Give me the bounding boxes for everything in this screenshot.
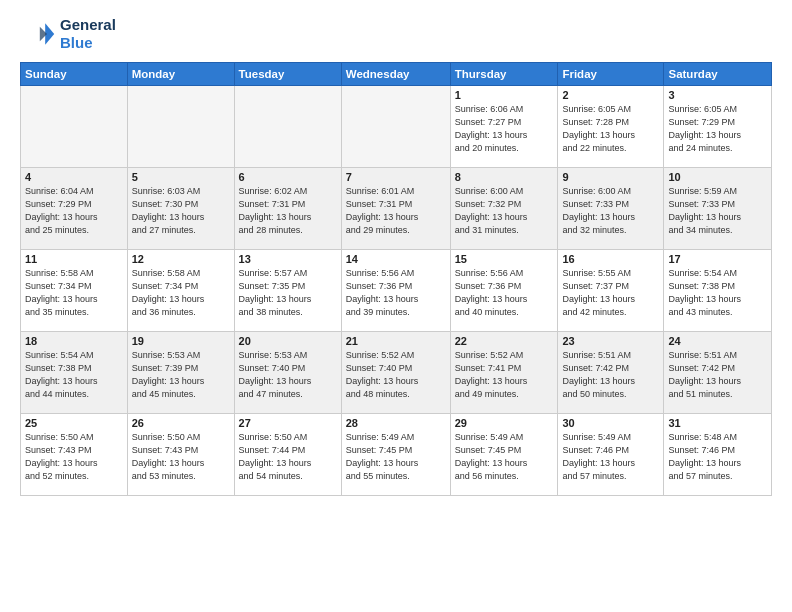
day-info: Sunrise: 5:49 AM Sunset: 7:46 PM Dayligh… xyxy=(562,431,659,483)
day-number: 21 xyxy=(346,335,446,347)
page: General Blue SundayMondayTuesdayWednesda… xyxy=(0,0,792,612)
weekday-header-friday: Friday xyxy=(558,63,664,86)
day-info: Sunrise: 5:50 AM Sunset: 7:43 PM Dayligh… xyxy=(25,431,123,483)
day-number: 12 xyxy=(132,253,230,265)
calendar-cell: 3Sunrise: 6:05 AM Sunset: 7:29 PM Daylig… xyxy=(664,86,772,168)
day-info: Sunrise: 5:59 AM Sunset: 7:33 PM Dayligh… xyxy=(668,185,767,237)
day-number: 13 xyxy=(239,253,337,265)
calendar-cell: 19Sunrise: 5:53 AM Sunset: 7:39 PM Dayli… xyxy=(127,332,234,414)
day-number: 8 xyxy=(455,171,554,183)
calendar-cell: 22Sunrise: 5:52 AM Sunset: 7:41 PM Dayli… xyxy=(450,332,558,414)
day-number: 6 xyxy=(239,171,337,183)
calendar-week-5: 25Sunrise: 5:50 AM Sunset: 7:43 PM Dayli… xyxy=(21,414,772,496)
calendar-cell: 26Sunrise: 5:50 AM Sunset: 7:43 PM Dayli… xyxy=(127,414,234,496)
calendar-week-3: 11Sunrise: 5:58 AM Sunset: 7:34 PM Dayli… xyxy=(21,250,772,332)
day-number: 22 xyxy=(455,335,554,347)
day-info: Sunrise: 5:51 AM Sunset: 7:42 PM Dayligh… xyxy=(562,349,659,401)
day-number: 20 xyxy=(239,335,337,347)
day-info: Sunrise: 5:52 AM Sunset: 7:40 PM Dayligh… xyxy=(346,349,446,401)
day-info: Sunrise: 6:06 AM Sunset: 7:27 PM Dayligh… xyxy=(455,103,554,155)
calendar-cell: 9Sunrise: 6:00 AM Sunset: 7:33 PM Daylig… xyxy=(558,168,664,250)
day-info: Sunrise: 5:56 AM Sunset: 7:36 PM Dayligh… xyxy=(455,267,554,319)
day-number: 30 xyxy=(562,417,659,429)
day-number: 10 xyxy=(668,171,767,183)
calendar-cell: 18Sunrise: 5:54 AM Sunset: 7:38 PM Dayli… xyxy=(21,332,128,414)
calendar-cell: 13Sunrise: 5:57 AM Sunset: 7:35 PM Dayli… xyxy=(234,250,341,332)
calendar-cell: 20Sunrise: 5:53 AM Sunset: 7:40 PM Dayli… xyxy=(234,332,341,414)
logo-icon xyxy=(20,16,56,52)
calendar-cell: 10Sunrise: 5:59 AM Sunset: 7:33 PM Dayli… xyxy=(664,168,772,250)
day-info: Sunrise: 5:50 AM Sunset: 7:43 PM Dayligh… xyxy=(132,431,230,483)
calendar-cell: 21Sunrise: 5:52 AM Sunset: 7:40 PM Dayli… xyxy=(341,332,450,414)
calendar-cell: 8Sunrise: 6:00 AM Sunset: 7:32 PM Daylig… xyxy=(450,168,558,250)
header: General Blue xyxy=(20,16,772,52)
calendar-cell: 4Sunrise: 6:04 AM Sunset: 7:29 PM Daylig… xyxy=(21,168,128,250)
weekday-header-row: SundayMondayTuesdayWednesdayThursdayFrid… xyxy=(21,63,772,86)
day-number: 17 xyxy=(668,253,767,265)
day-info: Sunrise: 5:58 AM Sunset: 7:34 PM Dayligh… xyxy=(132,267,230,319)
calendar-cell: 23Sunrise: 5:51 AM Sunset: 7:42 PM Dayli… xyxy=(558,332,664,414)
day-info: Sunrise: 6:03 AM Sunset: 7:30 PM Dayligh… xyxy=(132,185,230,237)
day-number: 28 xyxy=(346,417,446,429)
weekday-header-wednesday: Wednesday xyxy=(341,63,450,86)
day-info: Sunrise: 5:50 AM Sunset: 7:44 PM Dayligh… xyxy=(239,431,337,483)
calendar-cell: 11Sunrise: 5:58 AM Sunset: 7:34 PM Dayli… xyxy=(21,250,128,332)
day-info: Sunrise: 5:53 AM Sunset: 7:39 PM Dayligh… xyxy=(132,349,230,401)
day-number: 26 xyxy=(132,417,230,429)
day-info: Sunrise: 5:54 AM Sunset: 7:38 PM Dayligh… xyxy=(25,349,123,401)
weekday-header-monday: Monday xyxy=(127,63,234,86)
weekday-header-tuesday: Tuesday xyxy=(234,63,341,86)
day-info: Sunrise: 6:05 AM Sunset: 7:28 PM Dayligh… xyxy=(562,103,659,155)
calendar-cell: 25Sunrise: 5:50 AM Sunset: 7:43 PM Dayli… xyxy=(21,414,128,496)
day-number: 11 xyxy=(25,253,123,265)
day-number: 3 xyxy=(668,89,767,101)
day-info: Sunrise: 5:52 AM Sunset: 7:41 PM Dayligh… xyxy=(455,349,554,401)
day-info: Sunrise: 5:53 AM Sunset: 7:40 PM Dayligh… xyxy=(239,349,337,401)
day-info: Sunrise: 6:01 AM Sunset: 7:31 PM Dayligh… xyxy=(346,185,446,237)
weekday-header-sunday: Sunday xyxy=(21,63,128,86)
calendar-cell xyxy=(234,86,341,168)
calendar-cell: 14Sunrise: 5:56 AM Sunset: 7:36 PM Dayli… xyxy=(341,250,450,332)
calendar-week-1: 1Sunrise: 6:06 AM Sunset: 7:27 PM Daylig… xyxy=(21,86,772,168)
day-info: Sunrise: 5:48 AM Sunset: 7:46 PM Dayligh… xyxy=(668,431,767,483)
day-info: Sunrise: 6:04 AM Sunset: 7:29 PM Dayligh… xyxy=(25,185,123,237)
day-number: 25 xyxy=(25,417,123,429)
calendar-cell: 17Sunrise: 5:54 AM Sunset: 7:38 PM Dayli… xyxy=(664,250,772,332)
day-number: 19 xyxy=(132,335,230,347)
calendar-table: SundayMondayTuesdayWednesdayThursdayFrid… xyxy=(20,62,772,496)
day-number: 31 xyxy=(668,417,767,429)
calendar-cell: 27Sunrise: 5:50 AM Sunset: 7:44 PM Dayli… xyxy=(234,414,341,496)
day-number: 24 xyxy=(668,335,767,347)
day-info: Sunrise: 6:00 AM Sunset: 7:32 PM Dayligh… xyxy=(455,185,554,237)
weekday-header-saturday: Saturday xyxy=(664,63,772,86)
calendar-cell xyxy=(21,86,128,168)
day-info: Sunrise: 6:02 AM Sunset: 7:31 PM Dayligh… xyxy=(239,185,337,237)
calendar-cell: 16Sunrise: 5:55 AM Sunset: 7:37 PM Dayli… xyxy=(558,250,664,332)
day-info: Sunrise: 5:49 AM Sunset: 7:45 PM Dayligh… xyxy=(346,431,446,483)
calendar-cell: 15Sunrise: 5:56 AM Sunset: 7:36 PM Dayli… xyxy=(450,250,558,332)
calendar-cell: 24Sunrise: 5:51 AM Sunset: 7:42 PM Dayli… xyxy=(664,332,772,414)
day-number: 15 xyxy=(455,253,554,265)
day-number: 1 xyxy=(455,89,554,101)
day-info: Sunrise: 5:51 AM Sunset: 7:42 PM Dayligh… xyxy=(668,349,767,401)
day-number: 9 xyxy=(562,171,659,183)
day-info: Sunrise: 5:57 AM Sunset: 7:35 PM Dayligh… xyxy=(239,267,337,319)
day-info: Sunrise: 5:56 AM Sunset: 7:36 PM Dayligh… xyxy=(346,267,446,319)
day-number: 5 xyxy=(132,171,230,183)
calendar-cell: 28Sunrise: 5:49 AM Sunset: 7:45 PM Dayli… xyxy=(341,414,450,496)
day-number: 7 xyxy=(346,171,446,183)
day-info: Sunrise: 6:00 AM Sunset: 7:33 PM Dayligh… xyxy=(562,185,659,237)
day-number: 27 xyxy=(239,417,337,429)
day-number: 4 xyxy=(25,171,123,183)
day-number: 14 xyxy=(346,253,446,265)
calendar-cell: 30Sunrise: 5:49 AM Sunset: 7:46 PM Dayli… xyxy=(558,414,664,496)
day-info: Sunrise: 5:49 AM Sunset: 7:45 PM Dayligh… xyxy=(455,431,554,483)
logo-text: General Blue xyxy=(60,16,116,52)
calendar-cell: 6Sunrise: 6:02 AM Sunset: 7:31 PM Daylig… xyxy=(234,168,341,250)
calendar-cell xyxy=(127,86,234,168)
calendar-cell: 5Sunrise: 6:03 AM Sunset: 7:30 PM Daylig… xyxy=(127,168,234,250)
day-number: 23 xyxy=(562,335,659,347)
calendar-week-4: 18Sunrise: 5:54 AM Sunset: 7:38 PM Dayli… xyxy=(21,332,772,414)
day-info: Sunrise: 5:54 AM Sunset: 7:38 PM Dayligh… xyxy=(668,267,767,319)
day-number: 16 xyxy=(562,253,659,265)
